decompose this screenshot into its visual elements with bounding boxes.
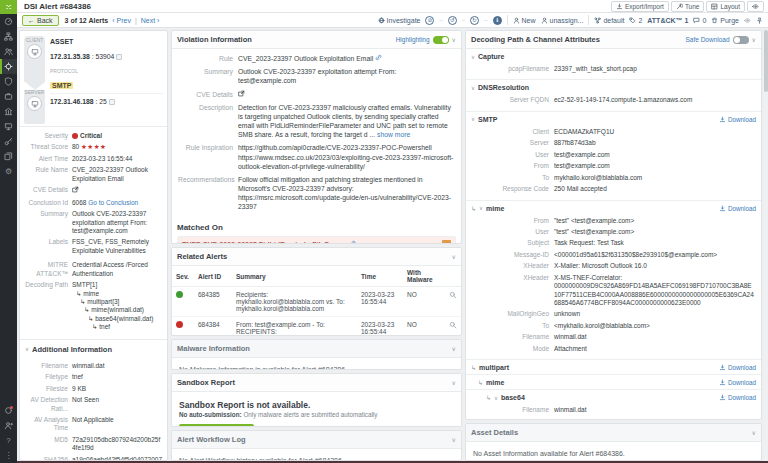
client-port-badge[interactable]: [116, 54, 122, 60]
related-alert-id[interactable]: 684384: [194, 317, 232, 337]
page-scrollbar[interactable]: [764, 28, 768, 461]
asset-details-empty-text: No Asset Information available for Alert…: [466, 442, 761, 461]
chevron-down-icon[interactable]: ∨: [452, 436, 456, 443]
endpoint-monitor-icon[interactable]: [0, 119, 17, 134]
server-ip[interactable]: 172.31.46.188: [50, 98, 93, 105]
workflow-step-undo-icon[interactable]: ↺: [448, 16, 457, 25]
download-link[interactable]: Download: [719, 205, 756, 212]
client-host-icon[interactable]: [27, 44, 42, 59]
key-icon[interactable]: [0, 134, 17, 149]
decoding-path-node[interactable]: ↳ base64(winmail.dat): [72, 315, 162, 323]
layout-button[interactable]: Layout: [706, 1, 745, 12]
prev-link[interactable]: ‹ Prev: [112, 17, 131, 24]
download-link[interactable]: Download: [719, 116, 756, 123]
decoding-path-node[interactable]: ↳ mime(winmail.dat): [72, 306, 162, 314]
workflow-step-info-icon[interactable]: ℹ: [493, 16, 502, 25]
rule-link-icon[interactable]: [375, 55, 382, 62]
section-multipart[interactable]: ↳ multipart Download: [466, 359, 761, 374]
comments-button[interactable]: 0: [693, 17, 706, 24]
tree-arrow-icon: ↳: [471, 205, 476, 212]
hide-button[interactable]: [744, 17, 751, 24]
briefcase-icon[interactable]: [0, 89, 17, 104]
purge-button[interactable]: Purge: [711, 17, 739, 24]
back-button[interactable]: ←Back: [22, 15, 59, 26]
unassign-button[interactable]: unassign...: [541, 17, 584, 24]
decoding-path-node[interactable]: ↳ mime: [72, 290, 162, 298]
attack-button[interactable]: ATT&CK™ 1: [647, 17, 688, 24]
shield-icon[interactable]: [0, 74, 17, 89]
decoding-path-node[interactable]: SMTP[1]: [72, 281, 162, 289]
next-link[interactable]: Next ›: [141, 17, 160, 24]
attr-row: SubjectTask Request: Test Task: [466, 239, 755, 247]
additional-info-header[interactable]: ∨ Additional Information: [20, 339, 167, 357]
submit-for-analysis-button[interactable]: Submit for analysis: [179, 424, 254, 426]
section-mime[interactable]: ↳ ∨ mime Download: [466, 200, 761, 215]
highlighting-toggle[interactable]: [433, 36, 449, 44]
magnifier-icon[interactable]: [449, 293, 457, 300]
show-more-link[interactable]: show more: [377, 131, 410, 138]
bank-icon[interactable]: [0, 104, 17, 119]
tune-button[interactable]: Tune: [671, 1, 705, 12]
layout-grid-icon: [711, 3, 718, 10]
mitre-value: Credential Access /Forced Authentication: [72, 261, 162, 278]
cve-external-link-icon[interactable]: [72, 186, 162, 195]
reports-icon[interactable]: [0, 149, 17, 164]
chevron-down-icon[interactable]: ∨: [452, 379, 456, 386]
workflow-step-pending-icon[interactable]: ⊘: [425, 16, 434, 25]
pin-button[interactable]: [756, 17, 763, 24]
match-check-icon[interactable]: ✓: [442, 240, 451, 245]
safe-download-toggle[interactable]: [733, 36, 749, 44]
notifications-icon[interactable]: [0, 403, 17, 418]
chevron-down-icon[interactable]: ∨: [752, 429, 756, 436]
server-host-icon[interactable]: [27, 96, 42, 111]
related-alert-row[interactable]: 684385 Recipients: mykhailo.korol@blabla…: [172, 287, 461, 317]
download-link[interactable]: Download: [719, 379, 756, 386]
dashboard-icon[interactable]: [0, 14, 17, 29]
download-link[interactable]: Download: [719, 364, 756, 371]
export-import-button[interactable]: Export/Import: [611, 1, 669, 12]
related-alert-row[interactable]: 684384 From: test@example.com - To: RECI…: [172, 317, 461, 337]
visibility-button[interactable]: [747, 1, 764, 12]
section-smtp[interactable]: ∨ SMTP Download: [466, 111, 761, 126]
sitemap-icon[interactable]: [0, 29, 17, 44]
matched-item-header[interactable]: TNEF:CVE-2023-23397.PidLidReminderFilePa…: [178, 237, 455, 245]
user-account-icon[interactable]: [0, 418, 17, 433]
workflow-default-button[interactable]: default: [594, 17, 624, 24]
help-icon[interactable]: ?: [0, 433, 17, 448]
rule-link-icon[interactable]: [349, 240, 356, 244]
section-base64[interactable]: ↳ ∨ base64 Download: [466, 389, 761, 404]
investigate-button[interactable]: Investigate: [378, 17, 421, 24]
section-capture[interactable]: ∨ Capture: [466, 49, 761, 63]
severity-value: Critical: [80, 132, 102, 139]
tags-button[interactable]: 2: [629, 17, 642, 24]
download-link[interactable]: Download: [719, 394, 756, 401]
chevron-down-icon[interactable]: ∨: [752, 36, 756, 43]
chevron-down-icon[interactable]: ∨: [452, 345, 456, 352]
info-label: Filename: [22, 362, 72, 370]
client-ip[interactable]: 172.31.35.38: [50, 53, 90, 60]
server-port-badge[interactable]: [109, 99, 115, 105]
chevron-down-icon[interactable]: ∨: [452, 253, 456, 260]
users-icon[interactable]: [0, 44, 17, 59]
go-to-conclusion-link[interactable]: Go to Conclusion: [88, 199, 138, 206]
decoding-path-node[interactable]: ↳ tnef: [72, 323, 162, 331]
settings-gear-icon[interactable]: ⚙: [0, 164, 17, 179]
decoding-path-node[interactable]: ↳ multipart[3]: [72, 298, 162, 306]
assign-new-button[interactable]: New: [513, 17, 536, 24]
rule-inspiration-links[interactable]: https://github.com/api0cradle/CVE-2023-2…: [238, 143, 455, 171]
workflow-step-redo-icon[interactable]: ↻: [470, 16, 479, 25]
cve-external-link-icon[interactable]: [238, 90, 455, 99]
app-logo-icon[interactable]: ⁙: [0, 0, 17, 14]
related-alert-id[interactable]: 684385: [194, 287, 232, 317]
section-dnsresolution[interactable]: ∨ DNSResolution: [466, 79, 761, 94]
chevron-down-icon[interactable]: ∨: [452, 36, 456, 43]
col-with-malware: With Malware: [403, 266, 445, 287]
section-mime-nested[interactable]: ↳ mime Download: [466, 374, 761, 389]
threat-score-label: Threat Score: [22, 143, 72, 151]
more-menu-icon[interactable]: ⋮: [0, 448, 17, 463]
sandbox-report-panel: Sandbox Report ∨ Sandbox Report is not a…: [171, 373, 462, 426]
magnifier-icon[interactable]: [449, 323, 457, 330]
attr-value: winmail.dat: [554, 333, 755, 341]
alerts-crosshair-icon[interactable]: [0, 59, 17, 74]
trash-icon: [711, 17, 718, 24]
